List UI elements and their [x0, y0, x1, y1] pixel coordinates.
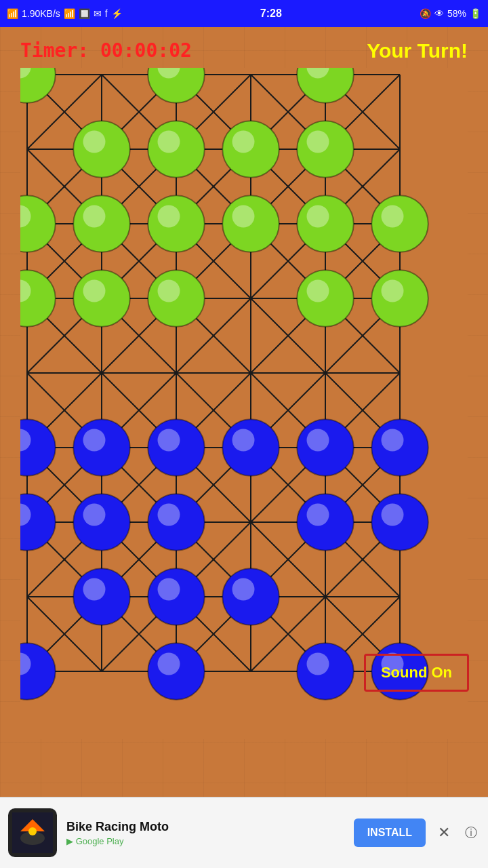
fb-icon: f: [105, 8, 108, 19]
status-right: 🔕 👁 58% 🔋: [420, 8, 481, 19]
usb-icon: ⚡: [111, 8, 123, 19]
game-area: Timer: 00:00:02 Your Turn! Me: 16 Op: 16…: [0, 27, 488, 824]
ad-google-play: ▶ Google Play: [66, 836, 344, 846]
status-left: 📶 1.90KB/s 📶 🔲 ✉ f ⚡: [7, 8, 123, 19]
ad-text-area: Bike Racing Moto ▶ Google Play: [66, 820, 344, 846]
your-turn-label: Your Turn!: [367, 39, 468, 62]
ad-info-button[interactable]: ⓘ: [462, 822, 480, 844]
svg-point-3: [28, 827, 37, 835]
ad-install-button[interactable]: INSTALL: [354, 818, 426, 847]
game-board[interactable]: [20, 68, 468, 739]
ad-close-button[interactable]: ✕: [435, 821, 453, 844]
data-speed: 1.90KB/s: [22, 8, 60, 19]
play-icon: ▶: [66, 836, 73, 846]
signal-strength: 📶: [7, 8, 18, 19]
ad-icon: [8, 808, 57, 857]
sound-button[interactable]: Sound On: [364, 654, 469, 692]
wifi-icon: 📶: [64, 8, 75, 19]
mute-icon: 🔕: [420, 8, 431, 19]
email-icon: ✉: [94, 8, 102, 19]
timer-label: Timer: 00:00:02: [20, 39, 192, 62]
visibility-icon: 👁: [434, 8, 444, 19]
status-time: 7:28: [260, 7, 282, 20]
ad-title: Bike Racing Moto: [66, 820, 344, 834]
battery-percent: 58%: [447, 8, 466, 19]
sim-icon: 🔲: [79, 8, 90, 19]
battery-icon: 🔋: [470, 8, 481, 19]
status-bar: 📶 1.90KB/s 📶 🔲 ✉ f ⚡ 7:28 🔕 👁 58% 🔋: [0, 0, 488, 27]
ad-banner: Bike Racing Moto ▶ Google Play INSTALL ✕…: [0, 797, 488, 868]
